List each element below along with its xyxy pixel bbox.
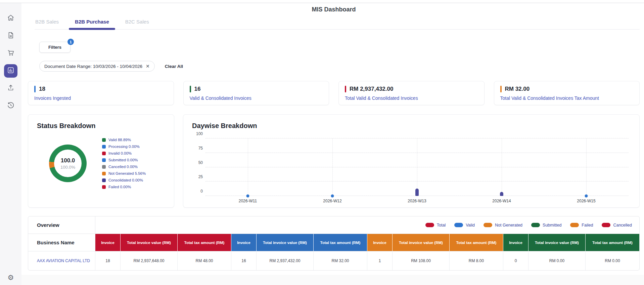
stat-label: Total Valid & Consolidated Invoices	[345, 95, 478, 101]
table-legend-item: Total	[425, 223, 446, 228]
table-header-row: Business Name InvoiceTotal invoice value…	[28, 234, 639, 251]
legend-pill-icon	[425, 223, 434, 227]
stat-cards-row: 18 Invoices Ingested 16 Valid & Consolid…	[28, 81, 640, 105]
status-legend-item: Invalid 0.00%	[102, 151, 146, 155]
stat-label: Total Valid & Consolidated Invoices Tax …	[500, 95, 634, 101]
content: MIS Dashboard B2B Sales B2B Purchase B2C…	[21, 3, 644, 275]
table-data-cell: RM 108.00	[393, 251, 450, 270]
sidebar-item-settings[interactable]: ⚙	[0, 274, 21, 282]
legend-swatch-icon	[102, 172, 106, 175]
cart-icon	[7, 49, 14, 58]
business-name-link[interactable]: AAX AVIATION CAPITAL LTD	[28, 251, 95, 270]
table-header-cell: Invoice	[95, 234, 121, 251]
legend-label: Total	[437, 223, 446, 228]
status-legend: Valid 88.89%Processing 0.00%Invalid 0.00…	[102, 138, 146, 189]
clear-all-button[interactable]: Clear All	[165, 64, 183, 69]
stat-value: RM 32.00	[505, 86, 530, 92]
document-icon	[7, 32, 14, 40]
date-range-chip[interactable]: Document Date Range: 10/03/2026 - 10/04/…	[39, 61, 155, 72]
donut-center-percent: 100.0%	[60, 165, 75, 170]
accent-bar	[500, 86, 502, 92]
legend-label: Cancelled 0.00%	[108, 165, 138, 169]
table-header-cell: Total invoice value (RM)	[528, 234, 586, 251]
legend-label: Not Generated	[495, 223, 522, 228]
table-data-cell: RM 32.00	[314, 251, 367, 270]
table-header-cell: Total tax amount (RM)	[314, 234, 367, 251]
legend-pill-icon	[484, 223, 492, 227]
table-header-cell: Invoice	[367, 234, 393, 251]
stat-card-total-valid-value: RM 2,937,432.00 Total Valid & Consolidat…	[338, 81, 485, 105]
sidebar-item-cart[interactable]	[4, 47, 17, 60]
legend-label: Failed 0.00%	[108, 185, 131, 189]
status-legend-item: Consolidated 0.00%	[102, 178, 146, 182]
bar-marker	[415, 189, 419, 196]
chip-close-icon[interactable]: ✕	[146, 64, 150, 69]
table-data-cell: RM 0.00	[586, 251, 639, 270]
table-header-cell: Total invoice value (RM)	[121, 234, 178, 251]
daywise-breakdown-panel: Daywise Breakdown 02550751002026-W112026…	[183, 114, 640, 208]
status-breakdown-title: Status Breakdown	[37, 122, 165, 130]
sidebar-item-upload[interactable]	[4, 82, 17, 95]
sidebar: ⚙	[0, 3, 21, 285]
x-axis-label: 2026-W14	[492, 199, 511, 203]
gear-icon: ⚙	[8, 274, 14, 281]
gridline	[502, 138, 502, 196]
status-donut-chart: 100.0 100.0%	[49, 145, 87, 182]
sidebar-item-documents[interactable]	[4, 29, 17, 43]
sidebar-item-history[interactable]	[4, 99, 17, 113]
sidebar-item-dashboard[interactable]	[4, 64, 17, 78]
legend-label: Submitted 0.00%	[108, 158, 138, 162]
y-axis-tick: 0	[192, 189, 203, 194]
tab-b2c-sales[interactable]: B2C Sales	[125, 18, 150, 29]
status-legend-item: Submitted 0.00%	[102, 158, 146, 162]
sidebar-item-home[interactable]	[4, 12, 17, 25]
donut-center: 100.0 100.0%	[49, 145, 87, 182]
table-data-cell: RM 2,937,648.00	[121, 251, 178, 270]
overview-label: Overview	[28, 216, 95, 234]
overview-table: Overview TotalValidNot GeneratedSubmitte…	[28, 216, 640, 271]
legend-pill-icon	[602, 223, 610, 227]
legend-label: Not Generated 5.56%	[108, 171, 146, 175]
table-data-cell: 1	[367, 251, 393, 270]
tab-b2b-sales[interactable]: B2B Sales	[35, 18, 59, 29]
legend-label: Consolidated 0.00%	[108, 178, 143, 182]
page: ⚙ MIS Dashboard B2B Sales B2B Purchase B…	[0, 3, 644, 285]
y-axis-tick: 100	[192, 131, 203, 136]
donut-center-value: 100.0	[61, 157, 75, 164]
gridline	[248, 138, 248, 196]
legend-label: Invalid 0.00%	[108, 151, 132, 155]
table-header-cell: Invoice	[231, 234, 257, 251]
legend-label: Valid	[466, 223, 475, 228]
table-data-cell: RM 8.00	[450, 251, 503, 270]
legend-pill-icon	[454, 223, 463, 227]
status-legend-item: Valid 88.89%	[102, 138, 146, 142]
legend-swatch-icon	[102, 158, 106, 162]
legend-label: Failed	[582, 223, 593, 228]
table-data-cell: 16	[231, 251, 257, 270]
bar-marker	[500, 192, 503, 196]
daywise-breakdown-title: Daywise Breakdown	[192, 122, 631, 130]
table-header-cell: Total invoice value (RM)	[257, 234, 314, 251]
x-axis-label: 2026-W13	[408, 199, 426, 203]
bar-chart-icon	[7, 67, 14, 75]
legend-swatch-icon	[102, 145, 106, 149]
table-data-cell: RM 2,937,432.00	[257, 251, 314, 270]
stat-card-total-valid-tax: RM 32.00 Total Valid & Consolidated Invo…	[494, 81, 640, 105]
filters-wrap: Filters 1	[39, 42, 71, 53]
table-top-row: Overview TotalValidNot GeneratedSubmitte…	[28, 216, 639, 234]
filter-chip-row: Document Date Range: 10/03/2026 - 10/04/…	[39, 61, 640, 72]
gridline	[417, 138, 417, 196]
tab-b2b-purchase[interactable]: B2B Purchase	[74, 18, 110, 29]
status-legend-item: Not Generated 5.56%	[102, 171, 146, 175]
legend-swatch-icon	[102, 152, 106, 155]
tabs-row: B2B Sales B2B Purchase B2C Sales	[35, 18, 640, 30]
table-legend-item: Not Generated	[484, 223, 522, 228]
upload-icon	[7, 84, 14, 93]
x-axis-label: 2026-W12	[323, 199, 341, 203]
stat-card-invoices-ingested: 18 Invoices Ingested	[28, 81, 174, 105]
filters-button[interactable]: Filters	[39, 42, 71, 53]
legend-label: Cancelled	[613, 223, 632, 228]
status-legend-item: Processing 0.00%	[102, 145, 146, 149]
gridline	[586, 138, 587, 196]
table-legend-item: Failed	[570, 223, 593, 228]
